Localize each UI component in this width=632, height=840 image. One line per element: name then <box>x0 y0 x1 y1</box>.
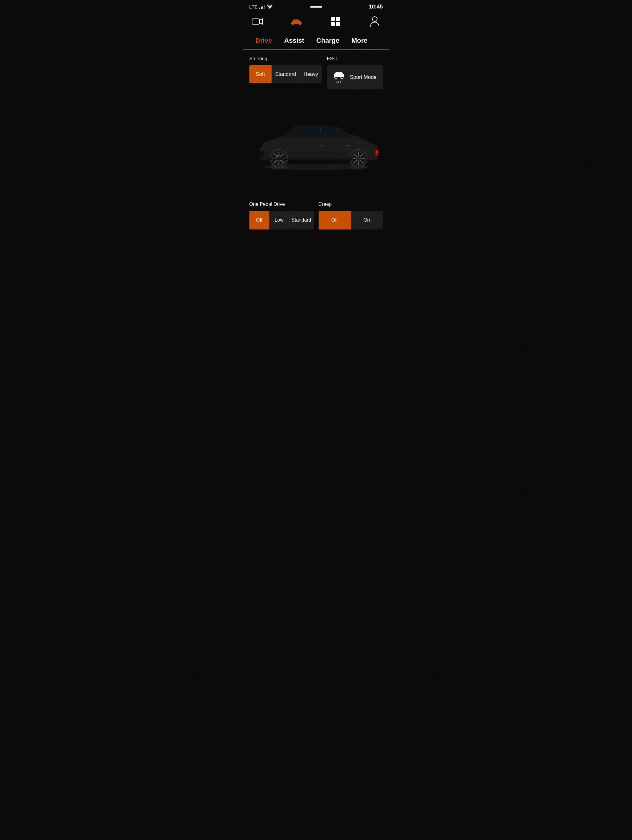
tab-charge[interactable]: Charge <box>310 33 345 49</box>
one-pedal-title: One Pedal Drive <box>249 202 314 207</box>
svg-point-42 <box>356 156 361 161</box>
svg-rect-11 <box>336 22 340 26</box>
svg-rect-9 <box>336 17 340 21</box>
one-pedal-low-button[interactable]: Low <box>269 211 289 229</box>
steering-section: Steering Soft Standard Heavy ESC <box>243 50 389 89</box>
one-pedal-off-button[interactable]: Off <box>249 211 269 229</box>
svg-point-43 <box>270 166 288 169</box>
tab-navigation: Drive Assist Charge More <box>243 33 389 50</box>
esc-mode-label: Sport Mode <box>350 74 377 81</box>
tab-assist[interactable]: Assist <box>278 33 310 49</box>
steering-heavy-button[interactable]: Heavy <box>300 65 322 84</box>
svg-point-44 <box>350 166 367 169</box>
signal-icon <box>260 5 265 9</box>
steering-standard-button[interactable]: Standard <box>272 65 300 84</box>
creep-title: Creep <box>318 202 383 207</box>
svg-rect-45 <box>294 127 331 127</box>
steering-soft-button[interactable]: Soft <box>249 65 272 84</box>
esc-car-icon <box>333 71 345 79</box>
carrier-label: LTE <box>249 4 258 9</box>
grid-nav-button[interactable] <box>329 15 342 28</box>
creep-on-button[interactable]: On <box>351 211 383 229</box>
camera-icon <box>252 17 263 26</box>
svg-rect-3 <box>293 19 299 22</box>
status-time: 10:45 <box>369 4 383 10</box>
svg-rect-23 <box>318 145 324 146</box>
svg-rect-0 <box>252 19 260 24</box>
one-pedal-button-group: Off Low Standard <box>249 211 314 229</box>
top-navigation <box>243 13 389 33</box>
steering-title: Steering <box>249 56 322 62</box>
esc-control-group: ESC <box>327 56 383 89</box>
svg-rect-27 <box>375 151 378 153</box>
profile-nav-button[interactable] <box>368 15 382 28</box>
profile-icon <box>370 16 380 27</box>
steering-control-group: Steering Soft Standard Heavy <box>249 56 322 89</box>
wifi-icon <box>267 5 273 9</box>
creep-control-group: Creep Off On <box>318 202 383 229</box>
camera-nav-button[interactable] <box>250 15 264 28</box>
tab-more[interactable]: More <box>345 33 374 49</box>
status-left: LTE <box>249 4 273 9</box>
svg-point-7 <box>299 24 301 25</box>
main-content: Steering Soft Standard Heavy ESC <box>243 50 389 235</box>
svg-rect-24 <box>345 145 350 146</box>
svg-rect-46 <box>267 158 353 160</box>
bottom-controls-row: One Pedal Drive Off Low Standard Creep O… <box>249 202 383 229</box>
esc-sport-mode-button[interactable]: OFF Sport Mode <box>327 65 383 89</box>
svg-marker-1 <box>260 19 263 24</box>
svg-point-6 <box>292 24 293 25</box>
status-bar: LTE 10:45 <box>243 0 389 13</box>
car-display <box>243 92 389 196</box>
car-top-icon <box>290 17 303 26</box>
grid-icon <box>331 17 341 26</box>
svg-point-12 <box>372 17 377 22</box>
steering-controls-row: Steering Soft Standard Heavy ESC <box>249 56 383 89</box>
car-side-view <box>243 92 389 196</box>
steering-button-group: Soft Standard Heavy <box>249 65 322 84</box>
esc-icon-container: OFF <box>333 71 345 84</box>
bottom-controls: One Pedal Drive Off Low Standard Creep O… <box>243 199 389 235</box>
esc-title: ESC <box>327 56 383 62</box>
esc-status-label: OFF <box>336 80 342 84</box>
one-pedal-drive-group: One Pedal Drive Off Low Standard <box>249 202 314 229</box>
status-pill-container <box>310 6 322 8</box>
creep-off-button[interactable]: Off <box>318 211 351 229</box>
one-pedal-standard-button[interactable]: Standard <box>289 211 314 229</box>
creep-button-group: Off On <box>318 211 383 229</box>
status-pill <box>310 6 322 8</box>
svg-rect-10 <box>331 22 335 26</box>
car-nav-button[interactable] <box>290 15 303 28</box>
svg-rect-8 <box>331 17 335 21</box>
tab-drive[interactable]: Drive <box>249 33 278 49</box>
